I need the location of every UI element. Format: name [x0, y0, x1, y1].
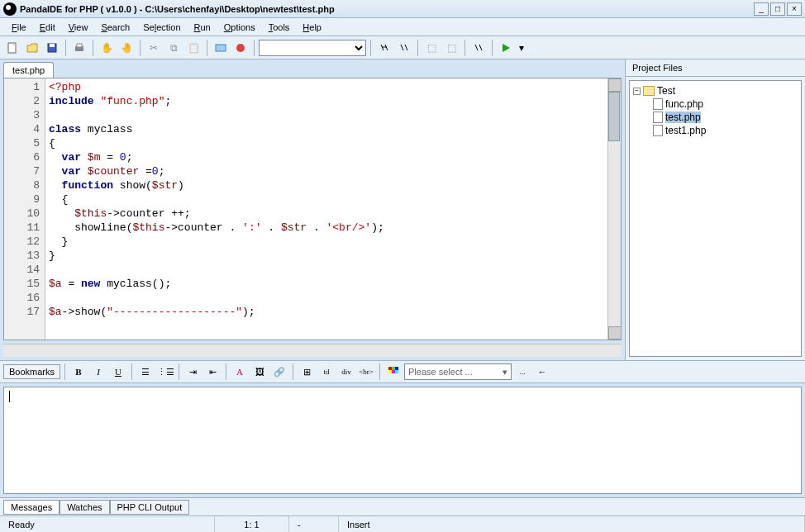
unordered-list-button[interactable]: ⋮☰ [156, 363, 174, 381]
editor-pane: test.php 1234567891011121314151617 <?php… [0, 59, 625, 360]
svg-rect-5 [216, 45, 226, 51]
toolbar-separator [93, 40, 93, 56]
toolbar-separator [370, 40, 371, 56]
toolbar-separator [254, 40, 255, 56]
br-button[interactable]: <br> [357, 363, 375, 381]
back-button[interactable]: ← [533, 363, 551, 381]
status-ready: Ready [0, 516, 215, 532]
menu-selection[interactable]: Selection [136, 21, 187, 34]
toolbar-separator [464, 40, 465, 56]
maximize-button[interactable]: □ [770, 2, 785, 16]
table-button[interactable]: ⊞ [298, 363, 316, 381]
toolbar: ✋ 🤚 ✂ ⧉ 📋 ⬚ ⬚ ▾ [0, 36, 805, 59]
svg-rect-11 [392, 370, 395, 373]
tree-file-func[interactable]: func.php [653, 97, 798, 111]
menu-options[interactable]: Options [217, 21, 262, 34]
toolbar-separator [140, 40, 141, 56]
image-button[interactable]: 🖼 [250, 363, 269, 381]
tab-watches[interactable]: Watches [60, 500, 109, 515]
status-dash: - [289, 516, 339, 532]
underline-button[interactable]: U [109, 363, 127, 381]
editor-tabs: test.php [0, 59, 625, 78]
tab-php-cli[interactable]: PHP CLI Output [110, 500, 190, 515]
find-prev-button[interactable]: ⬚ [422, 39, 441, 57]
run-button[interactable] [497, 39, 515, 57]
tree-file-test[interactable]: test.php [653, 111, 798, 124]
save-button[interactable] [43, 39, 61, 57]
menu-view[interactable]: View [62, 21, 95, 34]
project-tree[interactable]: − Test func.php test.php test1.php [629, 80, 802, 357]
bold-button[interactable]: B [69, 363, 88, 381]
menu-run[interactable]: Run [188, 21, 217, 34]
main-area: test.php 1234567891011121314151617 <?php… [0, 59, 805, 360]
indent-button[interactable]: ⇥ [183, 363, 202, 381]
editor[interactable]: 1234567891011121314151617 <?php include … [3, 78, 622, 340]
editor-tab-test[interactable]: test.php [3, 62, 54, 78]
svg-rect-12 [395, 370, 398, 373]
toolbar-separator [492, 40, 493, 56]
file-icon [653, 98, 663, 110]
outdent-button[interactable]: ⇤ [203, 363, 221, 381]
tab-messages[interactable]: Messages [3, 500, 60, 515]
line-number-gutter: 1234567891011121314151617 [4, 78, 45, 340]
minimize-button[interactable]: _ [754, 2, 769, 16]
toolbar-separator [417, 40, 418, 56]
color-picker-button[interactable] [384, 363, 402, 381]
toolbar-separator [207, 40, 207, 56]
tree-file-test1[interactable]: test1.php [653, 124, 798, 137]
window-title: PandaIDE for PHP ( v1.0.0 ) - C:\Users\c… [20, 4, 754, 14]
menu-file[interactable]: File [5, 21, 33, 34]
tree-root[interactable]: − Test [633, 84, 798, 97]
print-button[interactable] [70, 39, 88, 57]
div-button[interactable]: div [337, 363, 355, 381]
hand-tool-button[interactable]: ✋ [98, 39, 116, 57]
find-in-files-button[interactable] [469, 39, 488, 57]
collapse-icon[interactable]: − [633, 88, 641, 95]
td-button[interactable]: td [317, 363, 336, 381]
svg-rect-8 [392, 367, 395, 370]
vertical-scrollbar[interactable] [607, 78, 621, 340]
code-area[interactable]: <?php include "func.php"; class myclass … [45, 78, 607, 340]
statusbar: Ready 1: 1 - Insert [0, 515, 805, 532]
comment-button[interactable] [212, 39, 230, 57]
paste-button[interactable]: 📋 [184, 39, 202, 57]
svg-rect-2 [50, 44, 55, 47]
more-button[interactable]: ... [513, 363, 531, 381]
svg-rect-7 [388, 367, 392, 370]
bookmarks-button[interactable]: Bookmarks [3, 364, 60, 379]
search-combo[interactable] [259, 40, 366, 56]
toolbar-separator [65, 40, 66, 56]
menu-tools[interactable]: Tools [262, 21, 297, 34]
menu-edit[interactable]: Edit [33, 21, 62, 34]
find-next-button[interactable] [395, 39, 413, 57]
svg-rect-4 [77, 44, 82, 47]
link-button[interactable]: 🔗 [270, 363, 288, 381]
close-button[interactable]: × [787, 2, 802, 16]
new-file-button[interactable] [3, 39, 21, 57]
uncomment-button[interactable] [231, 39, 250, 57]
status-insert: Insert [339, 516, 805, 532]
replace-button[interactable]: ⬚ [442, 39, 460, 57]
project-panel-title: Project Files [626, 59, 805, 77]
project-panel: Project Files − Test func.php test.php t… [625, 59, 805, 360]
template-select[interactable]: Please select ...▾ [404, 363, 512, 380]
svg-point-6 [236, 44, 245, 52]
svg-rect-10 [388, 370, 392, 373]
cut-button[interactable]: ✂ [145, 39, 163, 57]
open-file-button[interactable] [23, 39, 41, 57]
format-toolbar: Bookmarks B I U ☰ ⋮☰ ⇥ ⇤ A 🖼 🔗 ⊞ td div … [0, 360, 805, 383]
horizontal-scrollbar[interactable] [3, 344, 622, 357]
menu-help[interactable]: Help [296, 21, 328, 34]
italic-button[interactable]: I [89, 363, 107, 381]
menubar: File Edit View Search Selection Run Opti… [0, 18, 805, 36]
bottom-tabs: Messages Watches PHP CLI Output [0, 497, 805, 515]
copy-button[interactable]: ⧉ [164, 39, 183, 57]
ordered-list-button[interactable]: ☰ [136, 363, 155, 381]
hand-tool2-button[interactable]: 🤚 [117, 39, 136, 57]
menu-search[interactable]: Search [94, 21, 136, 34]
titlebar: PandaIDE for PHP ( v1.0.0 ) - C:\Users\c… [0, 0, 805, 18]
find-button[interactable] [375, 39, 393, 57]
run-drop-button[interactable]: ▾ [517, 39, 526, 57]
output-textarea[interactable] [3, 387, 802, 494]
font-color-button[interactable]: A [231, 363, 249, 381]
